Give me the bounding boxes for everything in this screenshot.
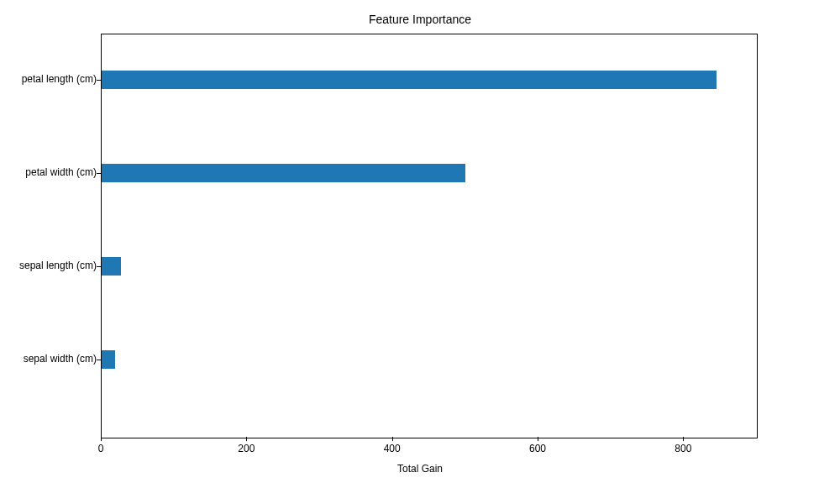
x-tick bbox=[683, 437, 684, 441]
x-tick bbox=[392, 437, 393, 441]
y-tick-label: sepal width (cm) bbox=[0, 353, 97, 365]
bar-petal-width bbox=[102, 164, 465, 182]
bar-sepal-length bbox=[102, 257, 121, 276]
plot-area bbox=[101, 34, 758, 438]
y-tick bbox=[97, 266, 101, 267]
x-axis-label: Total Gain bbox=[0, 463, 840, 475]
x-tick-label: 0 bbox=[84, 443, 118, 454]
y-tick-label: sepal length (cm) bbox=[0, 260, 97, 271]
x-tick bbox=[538, 437, 538, 441]
x-tick-label: 600 bbox=[521, 443, 554, 454]
x-tick bbox=[101, 437, 102, 441]
y-tick-label: petal length (cm) bbox=[0, 73, 97, 85]
x-tick bbox=[246, 437, 247, 441]
y-tick-label: petal width (cm) bbox=[0, 166, 97, 178]
bar-petal-length bbox=[102, 71, 717, 89]
chart-title: Feature Importance bbox=[0, 13, 840, 26]
y-tick bbox=[97, 80, 101, 81]
x-tick-label: 400 bbox=[375, 443, 409, 454]
y-tick bbox=[97, 173, 101, 174]
x-tick-label: 800 bbox=[666, 443, 700, 454]
x-tick-label: 200 bbox=[229, 443, 263, 454]
bar-sepal-width bbox=[102, 350, 115, 369]
y-tick bbox=[97, 360, 101, 360]
